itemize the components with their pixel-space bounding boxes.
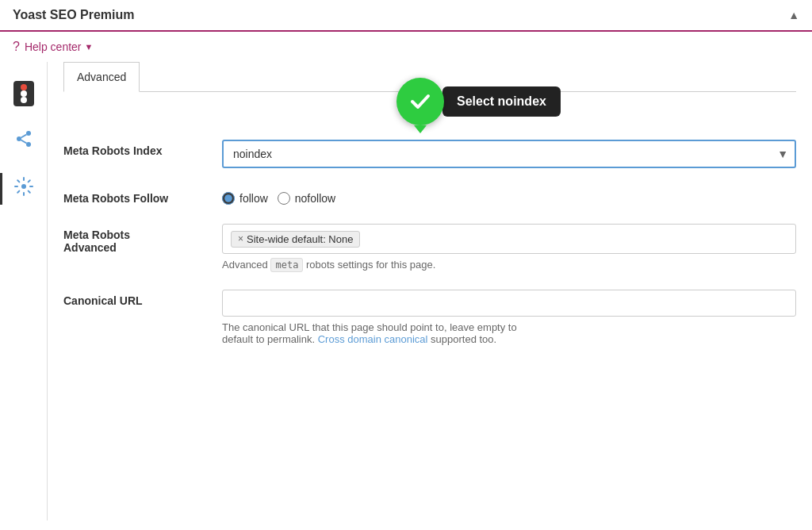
tooltip-balloon: Select noindex: [396, 78, 561, 125]
sidebar-item-social[interactable]: [8, 125, 40, 157]
tags-input[interactable]: × Site-wide default: None: [222, 224, 796, 254]
tab-advanced[interactable]: Advanced: [63, 62, 140, 92]
meta-robots-advanced-hint: Advanced meta robots settings for this p…: [222, 259, 796, 271]
meta-robots-index-select-wrapper: index noindex ▼: [222, 140, 796, 168]
help-center-link[interactable]: Help center: [25, 40, 82, 53]
svg-point-5: [21, 184, 26, 189]
meta-robots-index-select[interactable]: index noindex: [222, 140, 796, 168]
svg-line-4: [21, 135, 26, 138]
meta-robots-follow-control: follow nofollow: [222, 187, 796, 205]
main-layout: Advanced Select noindex Meta Robots Inde…: [0, 62, 812, 520]
radio-nofollow[interactable]: nofollow: [278, 192, 335, 205]
traffic-light-icon: [13, 81, 34, 106]
tag-label: Site-wide default: None: [247, 233, 353, 245]
radio-follow-label: follow: [239, 192, 268, 205]
cross-domain-canonical-link[interactable]: Cross domain canonical: [318, 333, 428, 345]
dot-red: [21, 84, 27, 90]
meta-robots-index-control: index noindex ▼: [222, 140, 796, 168]
radio-follow-input[interactable]: [222, 192, 235, 205]
content-area: Advanced Select noindex Meta Robots Inde…: [48, 62, 812, 520]
app-header: Yoast SEO Premium ▲: [0, 0, 812, 32]
header-collapse-arrow[interactable]: ▲: [788, 9, 799, 21]
sidebar: [0, 62, 48, 520]
meta-robots-follow-radiogroup: follow nofollow: [222, 187, 796, 205]
tag-remove-icon[interactable]: ×: [238, 233, 243, 244]
sidebar-item-seo[interactable]: [8, 78, 40, 109]
meta-robots-index-field: Meta Robots Index index noindex ▼: [63, 140, 796, 168]
svg-point-1: [17, 136, 21, 141]
svg-point-0: [26, 131, 31, 136]
help-icon: ?: [13, 40, 20, 54]
tooltip-label: Select noindex: [442, 86, 561, 117]
radio-nofollow-input[interactable]: [278, 192, 290, 205]
tag-sitewide-default: × Site-wide default: None: [231, 231, 360, 248]
hint-code: meta: [270, 258, 303, 272]
settings-icon: [14, 177, 33, 201]
svg-point-2: [26, 142, 31, 147]
meta-robots-index-label: Meta Robots Index: [63, 140, 222, 157]
meta-robots-follow-field: Meta Robots Follow follow nofollow: [63, 187, 796, 205]
app-title: Yoast SEO Premium: [13, 8, 135, 22]
meta-robots-advanced-field: Meta Robots Advanced × Site-wide default…: [63, 224, 796, 271]
dot-yellow: [21, 90, 27, 97]
canonical-url-hint: The canonical URL that this page should …: [222, 321, 796, 345]
dot-green: [21, 97, 27, 103]
tooltip-check-icon: [396, 78, 444, 125]
help-row: ? Help center ▼: [0, 32, 812, 62]
svg-line-3: [21, 140, 26, 144]
help-chevron-icon[interactable]: ▼: [85, 42, 94, 52]
radio-follow[interactable]: follow: [222, 192, 268, 205]
meta-robots-advanced-label: Meta Robots Advanced: [63, 224, 222, 254]
canonical-url-input[interactable]: [222, 290, 796, 317]
canonical-url-control: The canonical URL that this page should …: [222, 290, 796, 345]
radio-nofollow-label: nofollow: [295, 192, 335, 205]
canonical-url-field: Canonical URL The canonical URL that thi…: [63, 290, 796, 345]
canonical-url-label: Canonical URL: [63, 290, 222, 307]
sidebar-item-advanced[interactable]: [8, 173, 40, 205]
meta-robots-follow-label: Meta Robots Follow: [63, 187, 222, 205]
share-icon: [14, 129, 33, 153]
meta-robots-advanced-control: × Site-wide default: None Advanced meta …: [222, 224, 796, 271]
